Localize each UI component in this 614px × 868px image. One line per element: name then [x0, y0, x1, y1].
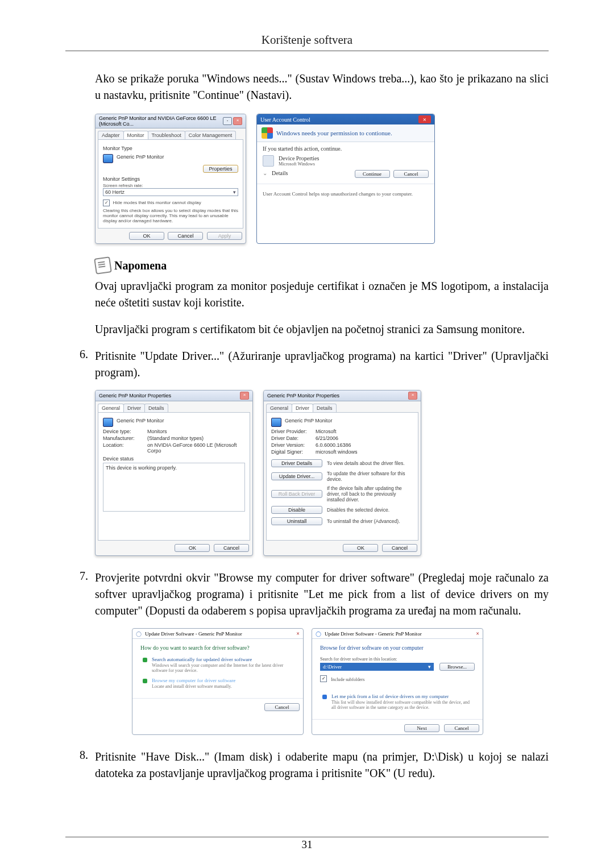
kv-val: 6.0.6000.16386 [316, 442, 413, 448]
monitor-icon [103, 154, 113, 163]
note-p1: Ovaj upravljački program za monitor posj… [95, 278, 549, 311]
cancel-button[interactable]: Cancel [393, 170, 429, 178]
refresh-rate-label: Screen refresh rate: [103, 183, 238, 188]
arrow-icon [322, 695, 327, 699]
tab-driver[interactable]: Driver [123, 404, 145, 412]
chevron-down-icon: ▾ [233, 189, 236, 195]
option-browse-computer[interactable]: Browse my computer for driver software L… [143, 678, 295, 689]
tab-general[interactable]: General [266, 404, 292, 412]
roll-back-driver-button[interactable]: Roll Back Driver [271, 490, 322, 498]
cancel-button[interactable]: Cancel [168, 232, 203, 240]
option-desc: This list will show installed driver sof… [331, 700, 475, 710]
update-driver-button[interactable]: Update Driver... [271, 472, 322, 480]
kv-key: Driver Provider: [271, 429, 316, 434]
option-title: Let me pick from a list of device driver… [331, 693, 475, 699]
next-button[interactable]: Next [404, 724, 439, 732]
ok-button[interactable]: OK [343, 544, 378, 552]
back-icon[interactable]: ◯ [316, 631, 321, 637]
device-heading: Generic PnP Monitor [117, 418, 164, 423]
driver-path-input[interactable]: d:\Driver ▾ [320, 663, 434, 671]
include-subfolders-checkbox[interactable]: ✓ [320, 675, 327, 682]
shield-icon [262, 127, 273, 139]
uac-headline: Windows needs your permission to contion… [276, 130, 392, 136]
hide-modes-help: Clearing this check box allows you to se… [103, 208, 238, 223]
cancel-button[interactable]: Cancel [382, 544, 417, 552]
tab-adapter[interactable]: Adapter [98, 131, 124, 139]
cancel-button[interactable]: Cancel [444, 724, 479, 732]
wizard-heading: Browse for driver software on your compu… [320, 645, 475, 651]
uac-title-text: User Account Control [260, 117, 310, 123]
footer-rule [65, 837, 549, 837]
cancel-button[interactable]: Cancel [214, 544, 249, 552]
back-icon[interactable]: ◯ [136, 631, 142, 637]
kv-val: on NVIDIA GeForce 6600 LE (Microsoft Cor… [147, 442, 245, 454]
close-icon[interactable]: × [476, 630, 479, 637]
refresh-rate-select[interactable]: 60 Hertz ▾ [103, 188, 238, 196]
note-p2: Upravljački program s certifikatom bit ć… [95, 321, 549, 338]
step-text: Pritisnite "Update Driver..." (Ažuriranj… [95, 348, 549, 381]
driver-details-button[interactable]: Driver Details [271, 459, 322, 467]
option-search-auto[interactable]: Search automatically for updated driver … [143, 657, 295, 673]
ok-button[interactable]: OK [175, 544, 210, 552]
step-6: 6. Pritisnite "Update Driver..." (Ažurir… [65, 348, 549, 381]
uac-details-label[interactable]: Details [272, 170, 348, 176]
close-icon[interactable]: × [408, 392, 417, 400]
option-let-me-pick[interactable]: Let me pick from a list of device driver… [322, 693, 475, 710]
step-8: 8. Pritisnite "Have Disk..." (Imam disk)… [65, 749, 549, 782]
device-props-driver: Generic PnP Monitor Properties × General… [263, 390, 421, 556]
driver-details-desc: To view details about the driver files. [327, 460, 405, 466]
tab-general[interactable]: General [98, 404, 124, 412]
kv-key: Manufacturer: [103, 435, 147, 441]
arrow-icon [143, 658, 147, 662]
monitor-type-label: Monitor Type [103, 146, 238, 151]
close-icon[interactable]: × [233, 117, 242, 125]
cancel-button[interactable]: Cancel [264, 703, 300, 711]
hide-modes-checkbox[interactable]: ✓ [103, 200, 110, 206]
option-title: Browse my computer for driver software [152, 678, 235, 683]
continue-button[interactable]: Continue [355, 170, 390, 178]
close-icon[interactable]: × [240, 392, 249, 400]
tab-color-mgmt[interactable]: Color Management [185, 131, 237, 139]
dialog-button-row: OK Cancel Apply [96, 232, 246, 243]
refresh-rate-value: 60 Hertz [105, 189, 125, 195]
step-text: Pritisnite "Have Disk..." (Imam disk) i … [95, 749, 549, 782]
monitor-icon [103, 418, 113, 427]
include-subfolders-label: Include subfolders [331, 677, 364, 682]
device-properties-icon [263, 155, 274, 167]
update-driver-wizard-2: ◯ Update Driver Software - Generic PnP M… [312, 628, 483, 735]
document-page: Korištenje softvera Ako se prikaže poruk… [0, 0, 614, 868]
tab-monitor[interactable]: Monitor [123, 131, 148, 139]
expand-icon[interactable]: ⌄ [263, 170, 267, 176]
uac-dialog: User Account Control × Windows needs you… [256, 114, 435, 244]
uac-started: If you started this action, continue. [263, 146, 429, 152]
note-heading: Napomena [114, 259, 167, 272]
uac-titlebar: User Account Control × [257, 114, 434, 124]
uac-publisher: Microsoft Windows [279, 161, 319, 167]
note-block: Napomena Ovaj upravljački program za mon… [95, 258, 549, 338]
option-title: Search automatically for updated driver … [152, 657, 295, 662]
close-icon[interactable]: × [418, 115, 431, 123]
browse-button[interactable]: Browse... [439, 663, 475, 671]
page-number: 31 [0, 838, 614, 851]
uninstall-button[interactable]: Uninstall [271, 517, 322, 525]
properties-button[interactable]: Properties [203, 165, 238, 173]
disable-desc: Disables the selected device. [327, 507, 389, 513]
ok-button[interactable]: OK [129, 232, 164, 240]
tab-driver[interactable]: Driver [292, 404, 313, 412]
kv-val: 6/21/2006 [316, 435, 413, 441]
close-icon[interactable]: × [296, 630, 300, 637]
kv-key: Digital Signer: [271, 449, 316, 455]
apply-button[interactable]: Apply [207, 232, 242, 240]
wizard-question: How do you want to search for driver sof… [140, 645, 295, 651]
tab-details[interactable]: Details [313, 404, 337, 412]
option-desc: Locate and install driver software manua… [152, 684, 235, 689]
disable-button[interactable]: Disable [271, 506, 322, 514]
kv-key: Device type: [103, 429, 147, 434]
chevron-down-icon: ▾ [428, 664, 431, 670]
tab-details[interactable]: Details [144, 404, 168, 412]
tab-troubleshoot[interactable]: Troubleshoot [148, 131, 185, 139]
uac-headline-row: Windows needs your permission to contion… [257, 124, 434, 142]
minimize-icon[interactable]: - [223, 117, 232, 125]
device-heading: Generic PnP Monitor [285, 418, 332, 423]
uac-footer-text: User Account Control helps stop unauthor… [263, 191, 429, 197]
